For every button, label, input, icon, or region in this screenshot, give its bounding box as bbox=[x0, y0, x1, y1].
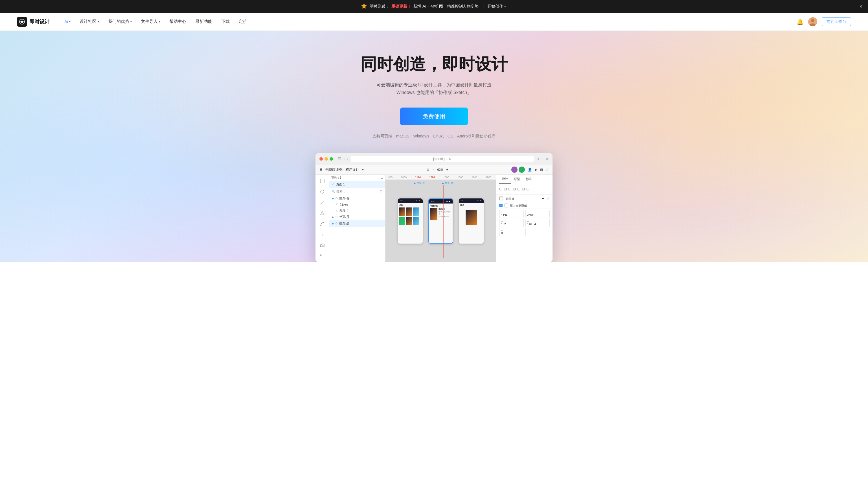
rotation-input[interactable]: R 0 bbox=[499, 228, 526, 236]
align-right-icon[interactable]: ⊡ bbox=[508, 187, 512, 191]
sidebar-image-tool[interactable] bbox=[318, 242, 326, 249]
share-icon[interactable]: ⬆ bbox=[537, 157, 539, 161]
chevron-down-icon: ▾ bbox=[98, 20, 99, 23]
align-center-v-icon[interactable]: ⊡ bbox=[517, 187, 521, 191]
nav-item-ai[interactable]: Ai ▾ bbox=[61, 17, 74, 26]
nav-item-features[interactable]: 最新功能 bbox=[192, 17, 216, 27]
maximize-window-button[interactable] bbox=[330, 157, 333, 161]
align-top-icon[interactable]: ⊡ bbox=[513, 187, 516, 191]
page-item[interactable]: ✓ 页面 1 bbox=[329, 181, 385, 188]
layers-settings-icon[interactable]: ⊞ bbox=[380, 189, 382, 193]
sidebar-frame-tool[interactable] bbox=[318, 188, 326, 195]
clip-checkbox2[interactable] bbox=[504, 204, 508, 208]
layer-item[interactable]: ◆ ⬡ 整页/否 bbox=[329, 195, 385, 202]
x-input[interactable]: X 1194 bbox=[499, 210, 524, 218]
chevron-down-icon: ▾ bbox=[159, 20, 160, 23]
sidebar-toggle-icon[interactable]: ☰ bbox=[338, 157, 341, 161]
left-sidebar: T bbox=[315, 175, 329, 262]
hero-cta-button[interactable]: 免费使用 bbox=[400, 108, 468, 125]
announcement-cta[interactable]: 开始创作→ bbox=[487, 4, 507, 9]
toolbar-minus[interactable]: − bbox=[432, 168, 434, 172]
tab-prototype[interactable]: 原型 bbox=[511, 175, 523, 184]
refresh-icon[interactable]: ↻ bbox=[449, 157, 452, 161]
position-size-panel: X 1194 Y -218 W 102 bbox=[496, 209, 553, 237]
tab-annotation[interactable]: 标注 bbox=[523, 175, 535, 184]
toolbar-move-icon[interactable]: ⊕ bbox=[427, 168, 430, 172]
workspace-button[interactable]: 前往工作台 bbox=[822, 17, 851, 26]
nav-actions: 🔔 前往工作台 bbox=[797, 17, 851, 26]
audio-book-cover bbox=[466, 210, 477, 225]
mobile-content2: 书籍介绍 森林之火 图书·几点钟绘本小... 书里料来小心 bbox=[429, 204, 453, 243]
url-display: js.design bbox=[433, 157, 446, 161]
w-input[interactable]: W 102 bbox=[499, 219, 524, 227]
nav-item-pricing[interactable]: 定价 bbox=[235, 17, 251, 27]
logo-link[interactable]: 即时设计 bbox=[17, 17, 50, 27]
expand-frame-icon[interactable]: ⤢ bbox=[547, 196, 550, 201]
align-bottom-icon[interactable]: ⊡ bbox=[522, 187, 525, 191]
announcement-close-button[interactable]: × bbox=[859, 3, 862, 9]
toolbar-collab-icon[interactable]: 👤 bbox=[528, 168, 532, 172]
search-icon: 🔍 bbox=[332, 190, 335, 193]
sidebar-shape-tool[interactable] bbox=[318, 210, 326, 216]
nav-item-community[interactable]: 设计社区 ▾ bbox=[76, 17, 102, 27]
url-bar[interactable]: js.design ↻ bbox=[351, 156, 534, 162]
frame-type-dropdown[interactable]: 自定义 bbox=[505, 197, 545, 201]
toolbar-check-icon[interactable]: ✓ bbox=[546, 168, 549, 172]
svg-point-8 bbox=[811, 19, 814, 22]
expand-icon[interactable]: ⧉ bbox=[546, 157, 549, 161]
mobile-status-bar3: 9:41 ▲▲▲ bbox=[459, 198, 484, 203]
project-name[interactable]: 书籍阅读类小程序设计 bbox=[326, 167, 359, 172]
toolbar-grid-icon[interactable]: ⊞ bbox=[540, 168, 543, 172]
minimize-window-button[interactable] bbox=[324, 157, 328, 161]
layer-item[interactable]: ◆ ⬡ 整页/是 bbox=[329, 214, 385, 220]
clip-toggle: ✓ 超出画板隐藏 bbox=[496, 203, 553, 209]
collapse-icon[interactable]: ∧ bbox=[381, 176, 383, 180]
notification-bell-icon[interactable]: 🔔 bbox=[797, 18, 804, 25]
frame-label-1: ◆整页/是 bbox=[414, 181, 425, 185]
nav-item-help[interactable]: 帮助中心 bbox=[166, 17, 190, 27]
layer-item[interactable]: □ 6.jpeg bbox=[329, 202, 385, 207]
canvas-area[interactable]: 9001000119412961500160017001800 ◆整页/是 ◆整… bbox=[385, 175, 496, 262]
clip-checkbox[interactable]: ✓ bbox=[499, 204, 503, 207]
svg-point-15 bbox=[320, 225, 321, 226]
align-center-h-icon[interactable]: ⊡ bbox=[504, 187, 507, 191]
nav-item-import[interactable]: 文件导入 ▾ bbox=[137, 17, 164, 27]
canvas-content[interactable]: ◆整页/是 ◆整页/否 9:41 ▲▲▲ 书架 bbox=[385, 180, 496, 262]
sidebar-pen-tool[interactable] bbox=[318, 199, 326, 206]
nav-item-download[interactable]: 下载 bbox=[218, 17, 233, 27]
app-screenshot: ☰ ‹ › js.design ↻ ⬆ + ⧉ ☰ 书籍阅读类小程序设计 ▾ ⊕… bbox=[315, 153, 553, 262]
sidebar-select-tool[interactable] bbox=[318, 178, 326, 184]
h-input[interactable]: H 146.34 bbox=[525, 219, 550, 227]
toolbar-play-icon[interactable]: ▶ bbox=[535, 168, 537, 172]
hero-title: 同时创造，即时设计 bbox=[360, 53, 508, 75]
close-window-button[interactable] bbox=[319, 157, 323, 161]
back-icon[interactable]: ‹ bbox=[343, 157, 345, 161]
add-page-icon[interactable]: + bbox=[360, 176, 362, 180]
rotation-input-row: R 0 bbox=[499, 228, 550, 236]
spacer bbox=[527, 228, 550, 236]
toolbar-menu-icon[interactable]: ☰ bbox=[319, 168, 322, 172]
tab-design[interactable]: 设计 bbox=[499, 175, 511, 184]
book-cover-blue2 bbox=[413, 217, 419, 225]
sidebar-component-tool[interactable] bbox=[318, 253, 326, 259]
forward-icon[interactable]: › bbox=[347, 157, 348, 161]
mobile-frame-detail[interactable]: 9:41 ▲▲▲ 书籍介绍 森林之火 图书·几点钟绘本小... 书里料来小心 bbox=[428, 198, 453, 244]
layers-search-input[interactable] bbox=[336, 190, 379, 193]
nav-item-advantages[interactable]: 我们的优势 ▾ bbox=[105, 17, 135, 27]
dropdown-icon[interactable]: ▾ bbox=[362, 168, 364, 172]
toolbar-plus[interactable]: + bbox=[446, 168, 448, 172]
toolbar-zoom: 62% bbox=[437, 168, 443, 171]
new-tab-icon[interactable]: + bbox=[542, 157, 544, 161]
mobile-frame-bookshelf[interactable]: 9:41 ▲▲▲ 书架 bbox=[398, 198, 423, 244]
chevron-down-icon: ▾ bbox=[130, 20, 132, 23]
sidebar-pen-path-tool[interactable] bbox=[318, 220, 326, 227]
sidebar-text-tool[interactable]: T bbox=[318, 231, 326, 238]
y-input[interactable]: Y -218 bbox=[525, 210, 550, 218]
layer-item[interactable]: ◆ ⬡ 整页/是 bbox=[329, 220, 385, 227]
distribute-icon[interactable]: ⊞ bbox=[526, 187, 530, 191]
avatar[interactable] bbox=[808, 17, 817, 26]
layer-item[interactable]: □ 矩形 8 bbox=[329, 207, 385, 214]
align-left-icon[interactable]: ⊡ bbox=[499, 187, 503, 191]
mobile-frame-audio[interactable]: 9:41 ▲▲▲ 听书 bbox=[459, 198, 484, 244]
nav-menu: Ai ▾ 设计社区 ▾ 我们的优势 ▾ 文件导入 ▾ 帮助中心 最新功能 下载 … bbox=[61, 17, 797, 27]
